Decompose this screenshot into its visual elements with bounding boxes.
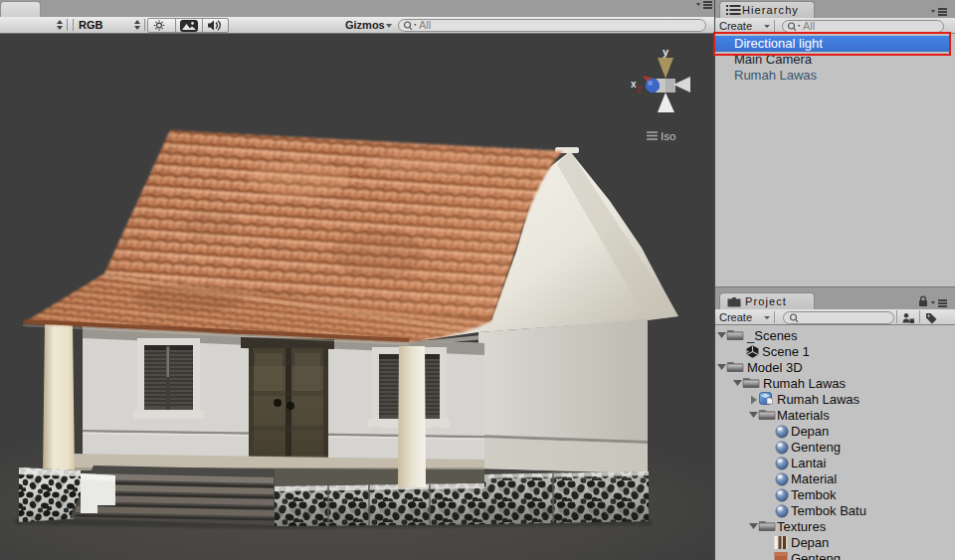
svg-text:y: y [663, 46, 669, 58]
svg-text:z: z [637, 84, 642, 94]
svg-text:Iso: Iso [661, 130, 675, 142]
